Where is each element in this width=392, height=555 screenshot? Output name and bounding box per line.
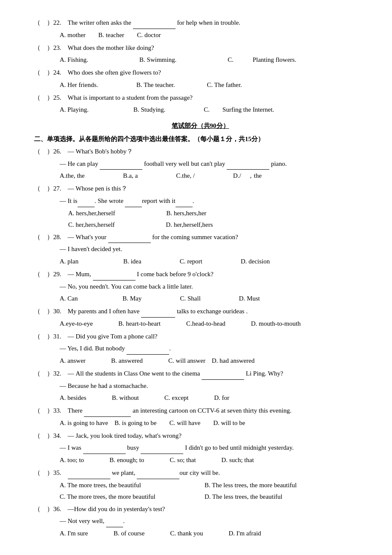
question-27: （ ）27. — Whose pen is this？ — It is. She…	[34, 183, 366, 231]
q25-text: （ ）25. What is important to a student fr…	[34, 92, 366, 104]
question-31: （ ）31. — Did you give Tom a phone call? …	[34, 331, 366, 367]
question-23: （ ）23. What does the mother like doing? …	[34, 42, 366, 66]
question-26: （ ）26. — What's Bob's hobby？ — He can pl…	[34, 146, 366, 182]
q35-text: （ ）35. we plant, our city will be.	[34, 467, 366, 479]
q23-options: A. Fishing. B. Swimming. C. Planting flo…	[34, 54, 366, 66]
q24-text: （ ）24. Who does she often give flowers t…	[34, 67, 366, 79]
q29-options: A. Can B. May C. Shall D. Must	[34, 293, 366, 305]
q36-options: A. I'm sure B. of course C. thank you D.…	[34, 528, 366, 540]
exam-content: （ ）22. The writer often asks the for hel…	[34, 17, 366, 540]
q25-options: A. Playing. B. Studying. C. Surfing the …	[34, 104, 366, 116]
q34-options: A. too; to B. enough; to C. so; that D. …	[34, 454, 366, 466]
q29-text: （ ）29. — Mum, I come back before 9 o'clo…	[34, 269, 366, 280]
q32-text: （ ）32. — All the students in Class One w…	[34, 368, 366, 380]
q30-options: A.eye-to-eye B. heart-to-heart C.head-to…	[34, 318, 366, 330]
q27-options: A. hers,her,herself B. hers,hers,her C. …	[34, 208, 366, 231]
question-36: （ ）36. —How did you do in yesterday's te…	[34, 503, 366, 540]
q33-options: A. is going to have B. is going to be C.…	[34, 417, 366, 429]
question-29: （ ）29. — Mum, I come back before 9 o'clo…	[34, 269, 366, 305]
question-25: （ ）25. What is important to a student fr…	[34, 92, 366, 116]
q31-options: A. answer B. answered C. will answer D. …	[34, 355, 366, 367]
q26-options: A.the, the B.a, a C.the, / D./ ，the	[34, 170, 366, 182]
q29-answer: — No, you needn't. You can come back a l…	[34, 281, 366, 293]
q27-answer: — It is. She wrote report with it.	[34, 195, 366, 207]
q36-answer: — Not very well, .	[34, 515, 366, 527]
q28-answer: — I haven't decided yet.	[34, 243, 366, 255]
question-32: （ ）32. — All the students in Class One w…	[34, 368, 366, 404]
question-34: （ ）34. — Jack, you look tired today, wha…	[34, 430, 366, 466]
q28-text: （ ）28. — What's your for the coming summ…	[34, 231, 366, 243]
q26-answer: — He can play football very well but can…	[34, 158, 366, 170]
q22-options: A. mother B. teacher C. doctor	[34, 29, 366, 41]
section-header: 笔试部分（共90分）	[34, 120, 366, 132]
q23-text: （ ）23. What does the mother like doing?	[34, 42, 366, 54]
q32-options: A. besides B. without C. except D. for	[34, 392, 366, 404]
q31-text: （ ）31. — Did you give Tom a phone call?	[34, 331, 366, 343]
q22-text: （ ）22. The writer often asks the for hel…	[34, 17, 366, 29]
q26-text: （ ）26. — What's Bob's hobby？	[34, 146, 366, 158]
q36-text: （ ）36. —How did you do in yesterday's te…	[34, 503, 366, 515]
q33-text: （ ）33. There an interesting cartoon on C…	[34, 405, 366, 417]
question-24: （ ）24. Who does she often give flowers t…	[34, 67, 366, 91]
q32-answer: — Because he had a stomachache.	[34, 380, 366, 392]
section2-label: 二、单项选择。从各题所给的四个选项中选出最佳答案。（每小题１分，共15分）	[34, 133, 366, 145]
q34-answer: — I was busy I didn't go to bed until mi…	[34, 442, 366, 454]
q24-options: A. Her friends. B. The teacher. C. The f…	[34, 79, 366, 91]
q35-options: A. The more trees, the beautiful B. The …	[34, 480, 366, 503]
q34-text: （ ）34. — Jack, you look tired today, wha…	[34, 430, 366, 442]
q31-answer: — Yes, I did. But nobody .	[34, 343, 366, 355]
question-30: （ ）30. My parents and I often have talks…	[34, 306, 366, 330]
question-28: （ ）28. — What's your for the coming summ…	[34, 231, 366, 268]
q27-text: （ ）27. — Whose pen is this？	[34, 183, 366, 195]
question-33: （ ）33. There an interesting cartoon on C…	[34, 405, 366, 429]
q30-text: （ ）30. My parents and I often have talks…	[34, 306, 366, 318]
q28-options: A. plan B. idea C. report D. decision	[34, 256, 366, 268]
question-35: （ ）35. we plant, our city will be. A. Th…	[34, 467, 366, 503]
question-22: （ ）22. The writer often asks the for hel…	[34, 17, 366, 41]
